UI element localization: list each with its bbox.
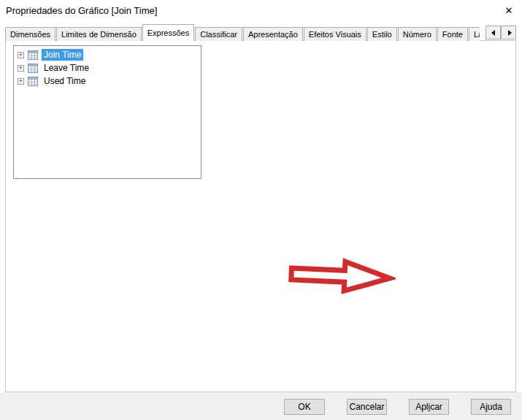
- expand-plus-icon[interactable]: +: [18, 65, 24, 72]
- right-arrow-icon: [508, 30, 512, 36]
- tab-efeitos-visuais[interactable]: Efeitos Visuais: [304, 27, 366, 41]
- expression-tree: + Join Time + Leave Time + Used Time: [13, 45, 201, 179]
- tab-layout[interactable]: Layout: [469, 27, 480, 41]
- close-icon[interactable]: ✕: [499, 1, 519, 20]
- table-icon: [28, 77, 38, 86]
- tab-expressoes[interactable]: Expressões: [142, 24, 194, 41]
- window-title: Propriedades do Gráfico [Join Time]: [6, 5, 157, 16]
- left-arrow-icon: [491, 30, 495, 36]
- title-bar: Propriedades do Gráfico [Join Time] ✕: [0, 0, 522, 22]
- cancelar-button[interactable]: Cancelar: [347, 399, 387, 415]
- tab-classificar[interactable]: Classificar: [195, 27, 242, 41]
- expand-plus-icon[interactable]: +: [18, 52, 24, 58]
- table-icon: [28, 64, 38, 73]
- tab-numero[interactable]: Número: [398, 27, 437, 41]
- tab-limites-de-dimensao[interactable]: Limites de Dimensão: [56, 27, 142, 41]
- tab-fonte[interactable]: Fonte: [437, 27, 468, 41]
- tree-item-used-time[interactable]: + Used Time: [14, 75, 201, 88]
- tab-scroll-left-button[interactable]: [485, 26, 501, 39]
- table-icon: [28, 50, 38, 60]
- ajuda-button[interactable]: Ajuda: [471, 399, 511, 415]
- tree-item-label[interactable]: Join Time: [42, 49, 83, 61]
- dialog-footer: OK Cancelar Aplicar Ajuda: [0, 392, 522, 420]
- tab-dimensoes[interactable]: Dimensões: [5, 27, 55, 41]
- tree-item-label[interactable]: Used Time: [42, 75, 88, 87]
- tab-apresentacao[interactable]: Apresentação: [243, 27, 303, 41]
- ok-button[interactable]: OK: [284, 399, 325, 415]
- tree-item-label[interactable]: Leave Time: [42, 62, 91, 74]
- tab-estilo[interactable]: Estilo: [367, 27, 397, 41]
- expand-plus-icon[interactable]: +: [18, 78, 24, 85]
- tree-item-join-time[interactable]: + Join Time: [14, 48, 201, 61]
- red-annotation-arrow: [285, 254, 396, 299]
- tree-item-leave-time[interactable]: + Leave Time: [14, 61, 201, 75]
- tab-scroll-right-button[interactable]: [501, 26, 516, 39]
- tab-strip: Dimensões Limites de Dimensão Expressões…: [5, 24, 480, 41]
- aplicar-button[interactable]: Aplicar: [409, 399, 449, 415]
